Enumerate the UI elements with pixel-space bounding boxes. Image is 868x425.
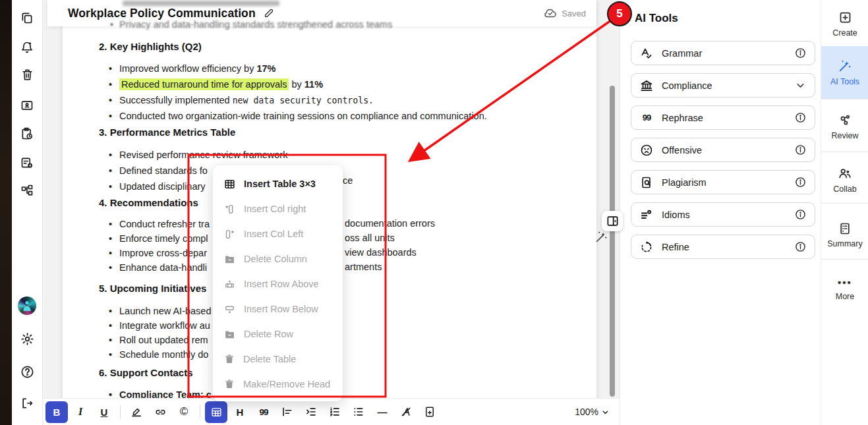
link-button[interactable] — [149, 401, 171, 423]
section-heading: 3. Performance Metrics Table — [99, 127, 235, 138]
insert-row-above-icon — [224, 279, 235, 290]
user-avatar-image — [22, 300, 32, 311]
obscured-line-fragment: view dashboards — [345, 247, 417, 258]
info-icon[interactable] — [795, 209, 806, 220]
highlighter-button[interactable] — [125, 401, 148, 423]
tool-plagiarism[interactable]: Plagiarism — [631, 170, 815, 194]
clear-formatting-button[interactable] — [395, 401, 417, 423]
menu-item-delete-column[interactable]: Delete Column — [213, 246, 343, 271]
insert-col-right-icon — [224, 204, 235, 215]
list-item: Conducted two organization-wide training… — [109, 108, 487, 124]
document-settings-button[interactable] — [18, 154, 36, 172]
recommendations-list: Conduct refresher tra Enforce timely com… — [109, 217, 210, 275]
trash-icon — [224, 379, 235, 389]
gear-icon — [20, 332, 34, 346]
info-icon[interactable] — [795, 241, 806, 252]
key-highlights-list: Improved workflow efficiency by 17% Redu… — [109, 61, 487, 124]
bullet-list-button[interactable] — [347, 401, 370, 423]
notifications-icon — [20, 41, 34, 54]
help-button[interactable] — [18, 362, 36, 381]
org-chart-icon — [20, 184, 34, 197]
vertical-scrollbar[interactable] — [610, 86, 615, 397]
tool-rephrase[interactable]: 99 Rephrase — [631, 105, 815, 130]
rail-tab-summary[interactable]: Summary — [821, 215, 868, 255]
clipboard-history-button[interactable] — [18, 125, 36, 143]
rail-tab-ai-tools[interactable]: AI Tools — [821, 46, 868, 99]
info-icon[interactable] — [795, 144, 806, 156]
tool-refine[interactable]: Refine — [631, 235, 815, 259]
logout-button[interactable] — [18, 394, 36, 412]
document-icon — [838, 222, 852, 235]
ordered-list-button[interactable] — [324, 401, 346, 423]
rail-tab-review[interactable]: Review — [821, 107, 868, 146]
code-text: new data security controls. — [233, 96, 374, 105]
settings-button[interactable] — [18, 329, 36, 348]
blockquote-button[interactable]: 99 — [252, 401, 275, 423]
pages-icon — [20, 11, 34, 24]
rail-tab-create[interactable]: Create — [821, 5, 868, 42]
sidebar-expand-icon — [606, 215, 619, 227]
list-item: Launch new AI-based — [109, 304, 211, 318]
clear-format-icon — [400, 406, 412, 418]
menu-item-insert-table[interactable]: Insert Table 3×3 — [213, 171, 343, 196]
heading-button[interactable]: H — [229, 401, 251, 423]
menu-item-insert-col-right[interactable]: Insert Col right — [213, 196, 343, 221]
underline-button[interactable]: U — [93, 401, 115, 423]
tool-grammar[interactable]: Grammar — [631, 41, 815, 65]
list-item: Integrate workflow au — [109, 318, 211, 333]
tool-offensive[interactable]: Offensive — [631, 138, 815, 162]
pages-button[interactable] — [18, 9, 36, 27]
annotation-step-badge: 5 — [607, 1, 632, 26]
menu-item-insert-col-left[interactable]: Insert Col Left — [213, 221, 343, 246]
info-icon[interactable] — [795, 112, 806, 123]
molecule-icon — [838, 113, 852, 127]
people-icon — [838, 166, 852, 181]
menu-item-delete-table[interactable]: Delete Table — [213, 347, 343, 372]
save-status: Saved — [544, 7, 586, 20]
avatar[interactable] — [18, 297, 36, 315]
tool-idioms[interactable]: Idioms — [631, 202, 815, 227]
rail-tab-more[interactable]: ••• More — [821, 270, 868, 307]
info-icon[interactable] — [795, 177, 806, 188]
copyright-button[interactable]: © — [173, 401, 195, 423]
menu-item-insert-row-below[interactable]: Insert Row Below — [213, 297, 343, 322]
trash-icon — [224, 354, 235, 364]
info-icon[interactable] — [795, 47, 806, 59]
rail-divider — [821, 99, 868, 99]
document-settings-icon — [20, 156, 34, 169]
highlighter-icon — [130, 406, 142, 418]
contacts-button[interactable] — [18, 96, 36, 115]
insert-page-button[interactable] — [419, 401, 441, 423]
zoom-control[interactable]: 100% — [575, 407, 610, 417]
align-left-button[interactable] — [276, 401, 299, 423]
org-chart-button[interactable] — [18, 181, 36, 200]
notifications-button[interactable] — [18, 38, 36, 57]
save-status-label: Saved — [562, 9, 586, 18]
insert-table-button[interactable] — [205, 401, 227, 423]
ai-wand-floating-button[interactable] — [594, 230, 608, 244]
menu-item-delete-row[interactable]: Delete Row — [213, 322, 343, 347]
align-left-icon — [281, 406, 293, 418]
obscured-line-fragment: ce — [343, 175, 353, 186]
trash-button[interactable] — [18, 65, 36, 84]
edit-title-button[interactable] — [264, 8, 274, 18]
indent-button[interactable] — [300, 401, 322, 423]
clipboard-clock-icon — [20, 127, 34, 140]
document-title: Workplace Policy Communication — [68, 7, 256, 20]
rail-tab-collab[interactable]: Collab — [821, 160, 868, 200]
chevron-down-icon[interactable] — [795, 80, 806, 91]
section-heading: 6. Support Contacts — [99, 367, 193, 378]
panel-toggle-button[interactable] — [602, 211, 623, 231]
horizontal-rule-button[interactable]: — — [371, 401, 393, 423]
bold-button[interactable]: B — [45, 401, 68, 423]
menu-item-make-remove-head[interactable]: Make/Remove Head — [213, 372, 343, 397]
italic-button[interactable]: I — [69, 401, 92, 423]
tool-compliance[interactable]: Compliance — [631, 73, 815, 98]
list-item: Revised performance review framework — [109, 147, 287, 163]
list-item: Conduct refresher tra — [109, 217, 210, 231]
ai-tools-panel: AI Tools Grammar Compliance 99 Rephrase … — [620, 0, 821, 425]
grammar-check-icon — [640, 47, 653, 60]
menu-item-insert-row-above[interactable]: Insert Row Above — [213, 271, 343, 297]
question-circle-icon — [20, 365, 34, 379]
highlighted-text: Reduced turnaround time for approvals — [119, 78, 289, 90]
